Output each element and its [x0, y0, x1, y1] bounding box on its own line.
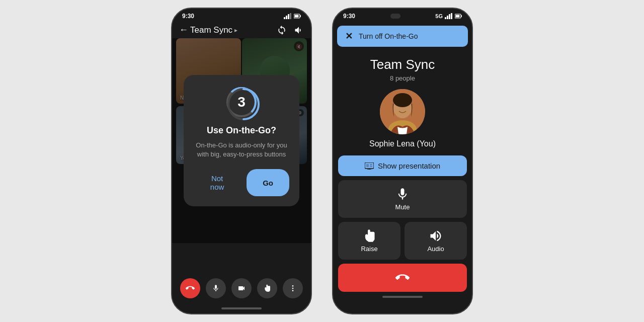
banner-close-button[interactable]: ✕	[345, 31, 353, 42]
mute-button[interactable]: Mute	[338, 180, 467, 218]
battery-icon-2	[455, 13, 462, 19]
more-icon	[289, 284, 297, 292]
audio-label: Audio	[427, 245, 444, 253]
raise-hand-button[interactable]: Raise	[338, 222, 400, 260]
svg-rect-12	[445, 17, 446, 19]
time-2: 9:30	[343, 13, 355, 20]
camera-icon	[237, 284, 246, 292]
svg-point-10	[292, 288, 294, 289]
modal-buttons: Not now Go	[194, 169, 289, 196]
svg-rect-3	[290, 13, 291, 19]
show-presentation-button[interactable]: Show presentation	[338, 155, 467, 176]
svg-rect-1	[286, 16, 287, 19]
timer-circle	[226, 87, 261, 121]
svg-rect-0	[284, 17, 285, 19]
on-the-go-modal: 3 Use On-the-Go? On-the-Go is audio-only…	[184, 75, 299, 206]
battery-icon	[294, 13, 301, 19]
mic-icon	[212, 284, 220, 292]
svg-rect-17	[461, 15, 462, 17]
svg-rect-14	[449, 14, 450, 19]
svg-rect-23	[365, 163, 374, 169]
rotate-icon[interactable]	[277, 25, 287, 35]
home-bar-1	[172, 303, 311, 313]
go-button[interactable]: Go	[247, 169, 289, 196]
svg-rect-13	[447, 16, 448, 19]
mic-button[interactable]	[206, 278, 226, 298]
user-name: Sophie Lena (You)	[333, 139, 472, 148]
signal-icon	[284, 13, 292, 19]
modal-title: Use On-the-Go?	[207, 125, 276, 136]
svg-point-11	[292, 290, 294, 291]
svg-rect-6	[295, 15, 299, 18]
top-icons-1	[277, 25, 304, 35]
svg-rect-26	[366, 164, 369, 167]
back-title-area[interactable]: ← Team Sync ▸	[179, 25, 237, 35]
end-call-button[interactable]	[180, 278, 200, 298]
hand-icon	[263, 284, 271, 292]
avatar-face-svg	[380, 89, 425, 134]
meeting-title-1: Team Sync	[190, 25, 232, 35]
end-call-icon	[186, 284, 195, 293]
svg-rect-15	[451, 13, 452, 19]
svg-point-9	[292, 285, 294, 287]
modal-description: On-the-Go is audio-only for you with big…	[194, 141, 289, 159]
not-now-button[interactable]: Not now	[194, 169, 240, 196]
audio-button[interactable]: Audio	[405, 222, 467, 260]
phone1-content: Nancy Hatt 🔇 Valeri Sarabia 3	[172, 38, 311, 273]
banner-text: Turn off On-the-Go	[359, 32, 418, 40]
svg-rect-5	[300, 15, 301, 17]
svg-rect-27	[370, 164, 372, 166]
svg-rect-28	[370, 166, 372, 167]
user-avatar	[380, 89, 425, 134]
audio-icon[interactable]	[294, 25, 304, 35]
phone-2: 9:30 5G ✕ Turn off On-the-Go Team Sync 8…	[332, 8, 473, 314]
notch	[390, 14, 400, 19]
bottom-controls-1	[172, 273, 311, 303]
camera-button[interactable]	[231, 278, 252, 298]
on-the-go-banner[interactable]: ✕ Turn off On-the-Go	[337, 26, 468, 47]
status-bar-1: 9:30	[172, 9, 311, 22]
time-1: 9:30	[182, 13, 194, 20]
audio-btn-icon	[429, 229, 443, 243]
modal-overlay: 3 Use On-the-Go? On-the-Go is audio-only…	[172, 38, 311, 243]
phone-1: 9:30 ← Team Sync ▸	[171, 8, 312, 314]
home-bar-2	[333, 292, 472, 302]
mute-mic-icon	[395, 187, 410, 201]
action-row: Raise Audio	[338, 222, 467, 260]
raise-button[interactable]	[257, 278, 277, 298]
modal-timer: 3	[226, 87, 257, 117]
status-icons-1	[284, 13, 301, 19]
show-presentation-label: Show presentation	[378, 162, 440, 170]
status-icons-2: 5G	[435, 13, 462, 19]
mute-label: Mute	[395, 203, 410, 211]
people-count: 8 people	[333, 74, 472, 82]
presentation-icon	[365, 163, 374, 170]
chevron-icon: ▸	[234, 27, 237, 34]
raise-label: Raise	[361, 245, 377, 253]
top-bar-1: ← Team Sync ▸	[172, 22, 311, 38]
svg-rect-18	[456, 15, 460, 18]
meeting-title-2: Team Sync	[333, 51, 472, 74]
signal-icon-2	[445, 13, 453, 19]
end-call-button-2[interactable]	[338, 264, 467, 292]
more-button[interactable]	[283, 278, 303, 298]
network-type: 5G	[435, 13, 443, 19]
svg-rect-2	[288, 14, 289, 19]
end-call-icon-2	[395, 271, 410, 285]
raise-hand-icon	[362, 229, 376, 243]
status-bar-2: 9:30 5G	[333, 9, 472, 22]
back-icon[interactable]: ←	[179, 25, 188, 35]
